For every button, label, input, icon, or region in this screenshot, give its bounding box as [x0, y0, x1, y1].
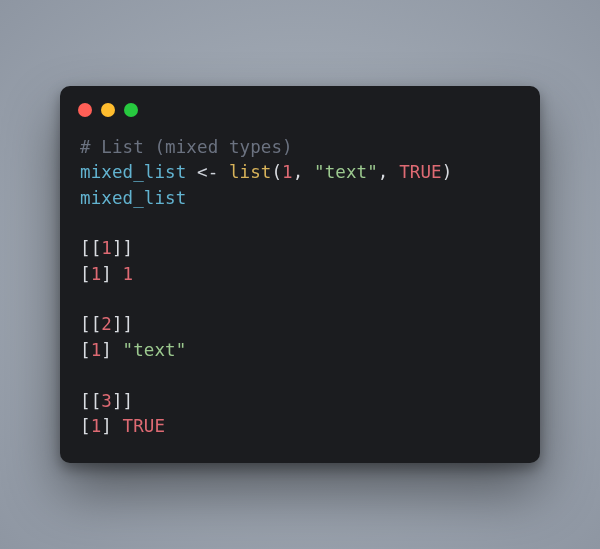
output-value: "text" [123, 340, 187, 360]
index-bracket: [[ [80, 314, 101, 334]
position-number: 1 [91, 264, 102, 284]
position-bracket: [ [80, 264, 91, 284]
comma: , [378, 162, 399, 182]
position-bracket: ] [101, 340, 122, 360]
output-value: TRUE [123, 416, 166, 436]
index-bracket: [[ [80, 391, 101, 411]
variable-name: mixed_list [80, 162, 186, 182]
comma: , [293, 162, 314, 182]
open-paren: ( [271, 162, 282, 182]
minimize-icon[interactable] [101, 103, 115, 117]
zoom-icon[interactable] [124, 103, 138, 117]
index-bracket: ]] [112, 314, 133, 334]
index-bracket: [[ [80, 238, 101, 258]
literal-true: TRUE [399, 162, 442, 182]
index-bracket: ]] [112, 238, 133, 258]
position-bracket: ] [101, 416, 122, 436]
code-comment: # List (mixed types) [80, 137, 293, 157]
index-number: 2 [101, 314, 112, 334]
function-name: list [229, 162, 272, 182]
position-bracket: [ [80, 416, 91, 436]
index-number: 1 [101, 238, 112, 258]
index-number: 3 [101, 391, 112, 411]
position-bracket: ] [101, 264, 122, 284]
assign-operator: <- [186, 162, 229, 182]
variable-name: mixed_list [80, 188, 186, 208]
code-block: # List (mixed types) mixed_list <- list(… [60, 121, 540, 464]
window-titlebar [60, 86, 540, 121]
position-number: 1 [91, 340, 102, 360]
position-bracket: [ [80, 340, 91, 360]
terminal-window: # List (mixed types) mixed_list <- list(… [60, 86, 540, 464]
close-paren: ) [442, 162, 453, 182]
index-bracket: ]] [112, 391, 133, 411]
literal-string: "text" [314, 162, 378, 182]
close-icon[interactable] [78, 103, 92, 117]
output-value: 1 [123, 264, 134, 284]
literal-number: 1 [282, 162, 293, 182]
position-number: 1 [91, 416, 102, 436]
